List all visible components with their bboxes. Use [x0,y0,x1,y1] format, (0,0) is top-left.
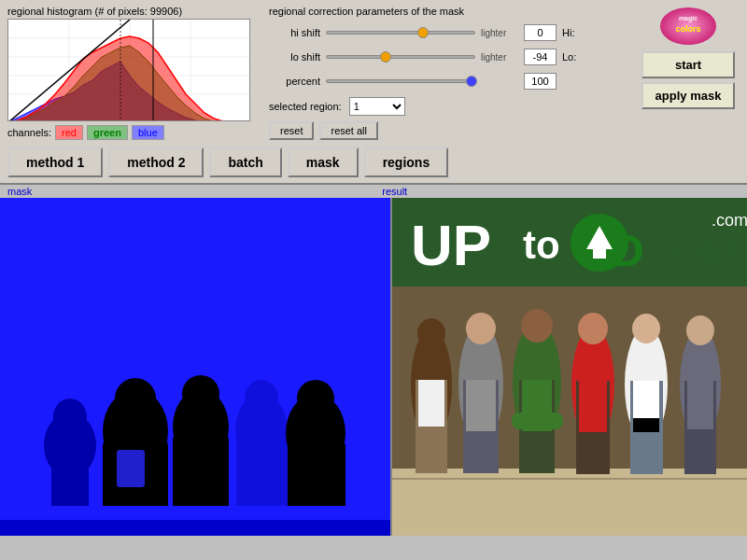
reset-all-button[interactable]: reset all [319,121,378,140]
percent-value-input[interactable] [524,73,557,90]
method-row: method 1 method 2 batch mask regions [7,144,740,179]
selected-region-label: selected region: [269,101,342,112]
method1-button[interactable]: method 1 [7,147,103,177]
hi-label: Hi: [562,27,574,38]
svg-rect-66 [633,381,659,418]
svg-rect-71 [687,381,713,429]
method2-button[interactable]: method 2 [108,147,204,177]
start-button[interactable]: start [641,51,735,78]
mask-label: mask [7,186,32,197]
labels-row: mask result [0,185,747,198]
svg-point-22 [182,375,219,413]
reset-button[interactable]: reset [269,121,314,140]
mask-image [0,198,392,536]
svg-rect-16 [51,455,89,511]
svg-point-15 [53,399,87,436]
svg-point-47 [417,318,445,348]
percent-row: percent [269,71,627,91]
svg-rect-33 [0,520,392,536]
region-select[interactable]: 1 2 3 [349,97,405,116]
bottom-area: UP to OWN D .com [0,198,747,536]
hi-shift-label: hi shift [269,27,320,38]
controls-row: regional histogram (# of pixels: 99906) [7,6,740,140]
svg-text:magic: magic [678,15,697,22]
apply-mask-button[interactable]: apply mask [641,82,735,109]
hi-shift-slider[interactable] [326,31,475,35]
histogram-svg [8,20,250,121]
hi-shift-lighter: lighter [481,28,518,38]
action-buttons: magic colors start apply mask [637,6,740,109]
mask-button[interactable]: mask [288,147,359,177]
svg-text:colors: colors [675,24,700,34]
percent-label: percent [269,76,320,87]
lo-shift-row: lo shift lighter Lo: [269,47,627,67]
lo-value-input[interactable] [524,49,557,65]
result-label: result [382,186,407,197]
svg-point-28 [297,380,334,417]
mask-panel [0,198,392,536]
svg-text:.com: .com [712,211,747,230]
batch-button[interactable]: batch [209,147,281,177]
svg-rect-58 [512,413,563,429]
channels-row: channels: red green blue [7,125,260,140]
percent-thumb[interactable] [466,76,477,87]
result-panel: UP to OWN D .com [392,198,747,536]
selected-region-row: selected region: 1 2 3 [269,97,627,116]
channel-green-badge[interactable]: green [87,125,128,140]
channel-red-badge[interactable]: red [55,125,83,140]
top-panel: regional histogram (# of pixels: 99906) [0,0,747,185]
svg-rect-62 [579,381,607,432]
svg-point-69 [686,315,714,345]
histogram-container: regional histogram (# of pixels: 99906) [7,6,260,140]
svg-rect-67 [633,418,659,432]
svg-point-25 [245,380,278,415]
reset-row: reset reset all [269,121,627,140]
lo-shift-slider[interactable] [326,55,475,59]
lo-label: Lo: [562,51,576,63]
controls-container: regional correction parameters of the ma… [269,6,627,140]
svg-point-60 [578,313,608,344]
lo-shift-thumb[interactable] [380,51,391,63]
result-image: UP to OWN D .com [392,198,747,536]
svg-text:D: D [612,226,644,275]
svg-text:UP: UP [411,213,491,277]
svg-text:OWN: OWN [630,226,740,275]
svg-point-55 [521,309,553,343]
hi-value-input[interactable] [524,24,557,41]
app-logo: magic colors [658,6,719,48]
histogram-canvas [7,19,250,121]
svg-point-64 [632,314,660,343]
channel-blue-badge[interactable]: blue [132,125,164,140]
svg-rect-49 [418,380,444,427]
regions-button[interactable]: regions [364,147,449,177]
svg-rect-20 [117,450,145,487]
channels-label: channels: [7,127,51,138]
percent-slider[interactable] [326,79,475,83]
svg-point-18 [115,378,156,419]
svg-rect-42 [593,249,606,259]
lo-shift-label: lo shift [269,51,320,63]
svg-rect-72 [392,478,747,480]
svg-rect-53 [466,380,496,431]
hi-shift-thumb[interactable] [417,27,429,38]
histogram-title: regional histogram (# of pixels: 99906) [7,6,260,17]
svg-text:to: to [523,223,560,267]
lo-shift-lighter: lighter [481,52,518,63]
svg-point-51 [466,313,496,344]
controls-title: regional correction parameters of the ma… [269,6,627,17]
hi-shift-row: hi shift lighter Hi: [269,22,627,43]
